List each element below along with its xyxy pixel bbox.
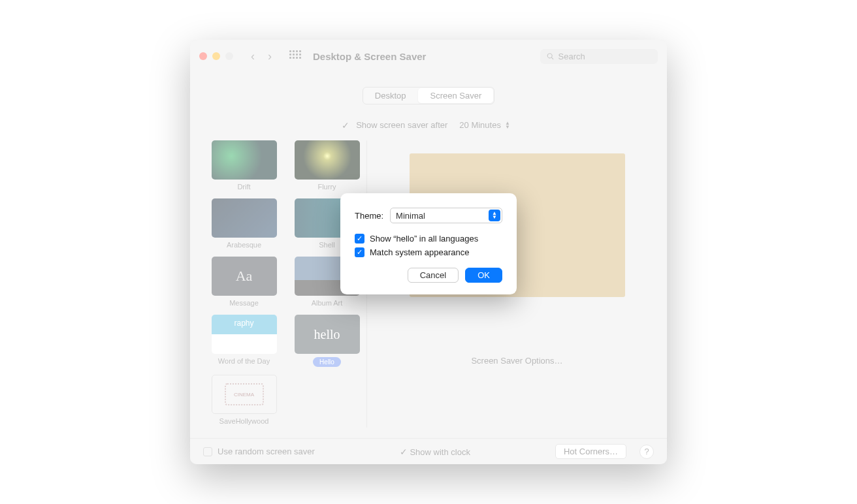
- checkbox-match-appearance[interactable]: ✓ Match system appearance: [355, 247, 502, 257]
- preferences-window: ‹ › Desktop & Screen Saver Desktop Scree…: [190, 40, 667, 464]
- cancel-button[interactable]: Cancel: [408, 268, 459, 283]
- options-modal: Theme: Minimal ▲▼ ✓ Show “hello” in all …: [340, 193, 517, 294]
- check-icon: ✓: [355, 247, 364, 257]
- theme-label: Theme:: [355, 211, 383, 221]
- check-icon: ✓: [355, 234, 364, 244]
- chevron-updown-icon: ▲▼: [489, 210, 500, 221]
- theme-value: Minimal: [396, 211, 425, 221]
- theme-select[interactable]: Minimal ▲▼: [390, 208, 502, 223]
- checkbox-all-languages[interactable]: ✓ Show “hello” in all languages: [355, 234, 502, 244]
- ok-button[interactable]: OK: [465, 268, 502, 283]
